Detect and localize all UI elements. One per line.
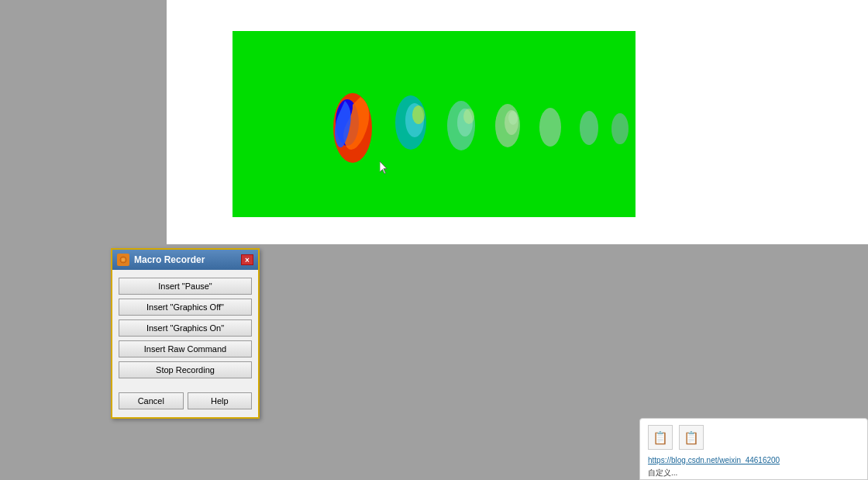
insert-raw-command-button[interactable]: Insert Raw Command [119, 340, 252, 357]
svg-rect-0 [232, 31, 636, 217]
help-button[interactable]: Help [188, 392, 253, 409]
macro-recorder-dialog: Macro Recorder × Insert "Pause" Insert "… [111, 248, 260, 419]
popup-icon-row: 📋 📋 [640, 419, 867, 456]
close-button[interactable]: × [241, 254, 253, 265]
popup-link[interactable]: https://blog.csdn.net/weixin_44616200 [640, 456, 867, 464]
dialog-title-icon [117, 254, 129, 266]
svg-point-13 [463, 109, 474, 124]
svg-point-14 [508, 111, 518, 125]
popup-label: 自定义... [640, 467, 685, 478]
insert-graphics-off-button[interactable]: Insert "Graphics Off" [119, 299, 252, 316]
stop-recording-button[interactable]: Stop Recording [119, 361, 252, 378]
svg-point-10 [580, 111, 598, 145]
dialog-titlebar: Macro Recorder × [112, 250, 258, 270]
cancel-button[interactable]: Cancel [119, 392, 184, 409]
svg-rect-16 [122, 258, 125, 261]
popup-icon-2[interactable]: 📋 [679, 425, 704, 450]
dialog-body: Insert "Pause" Insert "Graphics Off" Ins… [112, 270, 258, 386]
visualization-container [232, 31, 636, 217]
insert-graphics-on-button[interactable]: Insert "Graphics On" [119, 319, 252, 337]
dialog-footer: Cancel Help [112, 386, 258, 417]
svg-point-12 [412, 105, 425, 124]
dialog-title: Macro Recorder [134, 254, 236, 265]
svg-point-9 [539, 108, 561, 147]
svg-point-11 [611, 113, 629, 144]
bottom-popup: 📋 📋 https://blog.csdn.net/weixin_4461620… [639, 418, 868, 480]
insert-pause-button[interactable]: Insert "Pause" [119, 278, 252, 295]
popup-icon-1[interactable]: 📋 [648, 425, 673, 450]
heatmap-svg [232, 31, 636, 217]
